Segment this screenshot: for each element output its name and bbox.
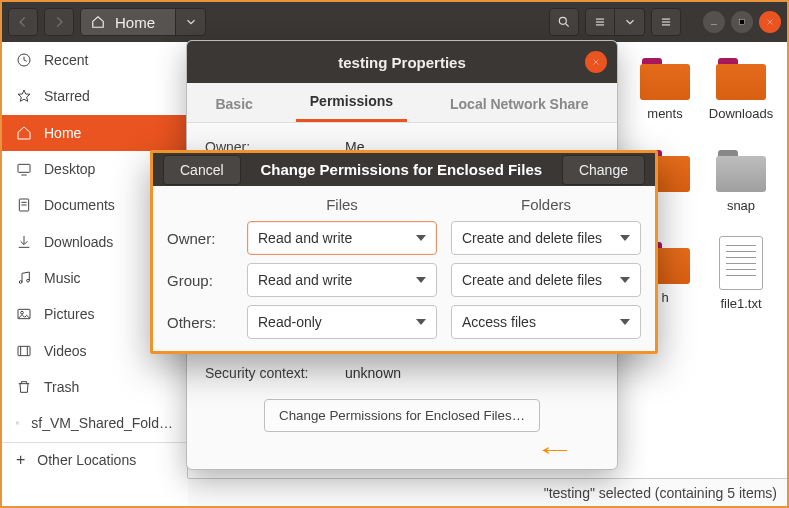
status-text: "testing" selected (containing 5 items) (544, 485, 777, 501)
change-enclosed-permissions-button[interactable]: Change Permissions for Enclosed Files… (264, 399, 540, 432)
icon-label: ments (622, 106, 708, 121)
tab-permissions[interactable]: Permissions (296, 83, 407, 122)
group-files-combo[interactable]: Read and write (247, 263, 437, 297)
path-label: Home (111, 14, 165, 31)
nav-back-button[interactable] (8, 8, 38, 36)
sidebar-item-label: Home (44, 125, 81, 141)
svg-rect-9 (740, 20, 745, 25)
tab-basic[interactable]: Basic (201, 86, 266, 122)
row-label-group: Group: (167, 272, 233, 289)
cancel-button[interactable]: Cancel (163, 155, 241, 185)
chevron-down-icon (416, 235, 426, 241)
chevron-down-icon (620, 319, 630, 325)
view-list-button[interactable] (585, 8, 615, 36)
others-folders-combo[interactable]: Access files (451, 305, 641, 339)
combo-value: Read and write (258, 230, 352, 246)
svg-point-0 (559, 17, 566, 24)
sidebar-item-label: Documents (44, 197, 115, 213)
svg-point-23 (21, 312, 24, 315)
security-context-label: Security context: (205, 365, 335, 381)
sidebar-item-label: Starred (44, 88, 90, 104)
path-dropdown-button[interactable] (176, 8, 206, 36)
nav-forward-button[interactable] (44, 8, 74, 36)
owner-files-combo[interactable]: Read and write (247, 221, 437, 255)
sidebar-item-label: Other Locations (37, 452, 136, 468)
svg-rect-24 (18, 346, 30, 355)
tab-local-network-share[interactable]: Local Network Share (436, 86, 603, 122)
hamburger-menu-button[interactable] (651, 8, 681, 36)
others-files-combo[interactable]: Read-only (247, 305, 437, 339)
combo-value: Access files (462, 314, 536, 330)
annotation-arrow-icon: ← (534, 434, 576, 465)
window-minimize-button[interactable] (703, 11, 725, 33)
change-button[interactable]: Change (562, 155, 645, 185)
folder-downloads[interactable]: Downloads (698, 58, 784, 121)
sidebar-item-trash[interactable]: Trash (2, 369, 187, 405)
modal-body: Files Folders Owner: Read and write Crea… (153, 186, 655, 351)
sidebar-item-label: Pictures (44, 306, 95, 322)
combo-value: Read-only (258, 314, 322, 330)
sidebar-item-home[interactable]: Home (2, 115, 187, 151)
sidebar-item-shared-folder[interactable]: sf_VM_Shared_Fold… (2, 405, 187, 441)
svg-rect-14 (18, 164, 30, 172)
properties-titlebar: testing Properties (187, 41, 617, 83)
sidebar-other-locations[interactable]: +Other Locations (2, 442, 187, 478)
column-header-folders: Folders (451, 196, 641, 213)
view-dropdown-button[interactable] (615, 8, 645, 36)
icon-label: Downloads (698, 106, 784, 121)
modal-headerbar: Cancel Change Permissions for Enclosed F… (153, 153, 655, 186)
chevron-down-icon (416, 277, 426, 283)
icon-label: file1.txt (698, 296, 784, 311)
column-header-files: Files (247, 196, 437, 213)
window-close-button[interactable] (759, 11, 781, 33)
svg-line-1 (566, 24, 569, 27)
sidebar-item-label: sf_VM_Shared_Fold… (31, 415, 173, 431)
modal-title: Change Permissions for Enclosed Files (260, 161, 542, 178)
combo-value: Create and delete files (462, 272, 602, 288)
change-permissions-dialog: Cancel Change Permissions for Enclosed F… (150, 150, 658, 354)
combo-value: Read and write (258, 272, 352, 288)
text-file-icon (719, 236, 763, 290)
window-maximize-button[interactable] (731, 11, 753, 33)
properties-title: testing Properties (338, 54, 466, 71)
window-headerbar: Home (2, 2, 787, 42)
folder-snap[interactable]: snap (698, 150, 784, 213)
chevron-down-icon (416, 319, 426, 325)
security-context-value: unknown (345, 365, 401, 381)
svg-point-21 (27, 279, 30, 282)
sidebar-item-label: Videos (44, 343, 87, 359)
search-button[interactable] (549, 8, 579, 36)
owner-folders-combo[interactable]: Create and delete files (451, 221, 641, 255)
properties-close-button[interactable] (585, 51, 607, 73)
sidebar-item-label: Trash (44, 379, 79, 395)
sidebar-item-label: Recent (44, 52, 88, 68)
sidebar-item-label: Music (44, 270, 81, 286)
properties-tabs: Basic Permissions Local Network Share (187, 83, 617, 123)
sidebar-item-recent[interactable]: Recent (2, 42, 187, 78)
sidebar-item-label: Desktop (44, 161, 95, 177)
chevron-down-icon (620, 235, 630, 241)
sidebar-item-label: Downloads (44, 234, 113, 250)
svg-point-20 (19, 281, 22, 284)
status-bar: "testing" selected (containing 5 items) (188, 478, 787, 506)
path-segment-home[interactable]: Home (80, 8, 176, 36)
group-folders-combo[interactable]: Create and delete files (451, 263, 641, 297)
combo-value: Create and delete files (462, 230, 602, 246)
icon-label: snap (698, 198, 784, 213)
svg-rect-27 (16, 423, 19, 425)
row-label-owner: Owner: (167, 230, 233, 247)
svg-marker-13 (18, 90, 30, 101)
row-label-others: Others: (167, 314, 233, 331)
chevron-down-icon (620, 277, 630, 283)
folder-documents-partial[interactable]: ments (622, 58, 708, 121)
sidebar-item-starred[interactable]: Starred (2, 78, 187, 114)
file-file1[interactable]: file1.txt (698, 236, 784, 311)
